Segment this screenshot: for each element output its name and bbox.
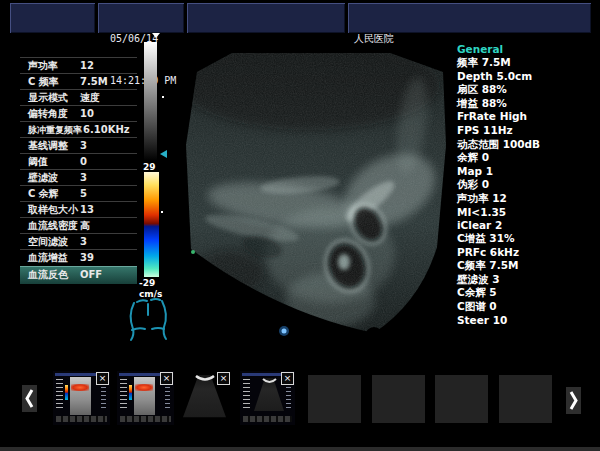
body-marker-icon [124, 297, 172, 343]
empty-clip-slot-4 [499, 375, 552, 423]
preset-heading: General [457, 42, 597, 56]
menu-item-c-persistence[interactable]: C 余辉5 [20, 185, 137, 202]
param-steer: Steer 10 [457, 314, 597, 328]
thumb-bmode-area [70, 377, 91, 415]
param-dynamic-range: 动态范围 100dB [457, 138, 597, 152]
topbar-datetime-panel: 05/06/14 14:21:00 PM [98, 3, 184, 33]
thumb-mini-strip [56, 416, 107, 422]
empty-clip-slot-2 [372, 375, 425, 423]
bottom-divider-bar [0, 447, 600, 451]
menu-item-acoustic-power[interactable]: 声功率12 [20, 57, 137, 74]
param-persistence: 余辉 0 [457, 151, 597, 165]
menu-item-prf[interactable]: 脉冲重复频率6.10KHz [20, 121, 137, 138]
ultrasound-system-screen: 05/06/14 14:21:00 PM 人民医院 L14-5/38 声功率12… [0, 0, 600, 451]
param-depth: Depth 5.0cm [457, 70, 597, 84]
param-fps: FPS 11Hz [457, 124, 597, 138]
menu-item-wall-filter[interactable]: 壁滤波3 [20, 169, 137, 186]
velocity-max-label: 29 [143, 162, 156, 172]
menu-item-packet-size[interactable]: 取样包大小13 [20, 201, 137, 218]
close-icon[interactable]: × [217, 372, 230, 385]
empty-clip-slot-1 [308, 375, 361, 423]
param-c-gain: C增益 31% [457, 232, 597, 246]
focus-dot [282, 329, 287, 334]
menu-item-line-density[interactable]: 血流线密度高 [20, 217, 137, 234]
edge-marker-dot [191, 250, 195, 254]
param-iclear: iClear 2 [457, 219, 597, 233]
close-icon[interactable]: × [96, 372, 109, 385]
topbar-hospital-panel: 人民医院 L14-5/38 [348, 3, 591, 33]
grayscale-marker-icon [152, 33, 160, 38]
thumb-nearfield-arc [195, 374, 215, 383]
color-doppler-bar [144, 172, 159, 277]
menu-item-steer-angle[interactable]: 偏转角度10 [20, 105, 137, 122]
menu-item-spatial-filter[interactable]: 空间滤波3 [20, 233, 137, 250]
topbar-logo-panel [10, 3, 95, 33]
thumb-left-text [56, 379, 63, 409]
thumb-doppler-flow [135, 384, 153, 391]
menu-item-baseline[interactable]: 基线调整3 [20, 137, 137, 154]
thumb-doppler-flow [71, 384, 89, 391]
grayscale-bar [144, 42, 157, 161]
thumb-nearfield-arc [262, 377, 277, 385]
baseline-marker-dot [161, 211, 163, 213]
param-c-frequency: C频率 7.5M [457, 259, 597, 273]
image-parameters-panel: General 频率 7.5M Depth 5.0cm 扇区 88% 增益 88… [457, 42, 597, 233]
param-wall-filter: 壁滤波 3 [457, 273, 597, 287]
param-gain: 增益 88% [457, 97, 597, 111]
param-frequency: 频率 7.5M [457, 56, 597, 70]
scale-cursor-icon [160, 150, 167, 158]
clip-thumbnail-4[interactable]: × [240, 371, 295, 425]
clip-thumbnail-1[interactable]: × [53, 371, 110, 425]
thumb-mini-strip [120, 416, 171, 422]
param-frrate: FrRate High [457, 110, 597, 124]
close-icon[interactable]: × [281, 372, 294, 385]
menu-item-threshold[interactable]: 阈值0 [20, 153, 137, 170]
thumb-mini-strip [243, 416, 292, 422]
thumb-left-text [120, 379, 127, 409]
thumb-bmode-area [134, 377, 155, 415]
menu-item-color-gain[interactable]: 血流增益39 [20, 249, 137, 266]
clip-thumbnail-3[interactable]: × [178, 371, 231, 425]
param-mi: MI<1.35 [457, 206, 597, 220]
menu-item-c-frequency[interactable]: C 频率7.5M [20, 73, 137, 90]
chevron-left-icon [22, 385, 37, 412]
thumb-colorbar [65, 385, 68, 400]
thumb-left-text [243, 379, 250, 409]
thumb-colorbar [129, 385, 132, 400]
param-c-persistence: C余辉 5 [457, 286, 597, 300]
menu-item-display-mode[interactable]: 显示模式速度 [20, 89, 137, 106]
ultrasound-image[interactable] [175, 40, 460, 345]
param-tint: 伪彩 0 [457, 178, 597, 192]
depth-marker-dot [162, 96, 164, 98]
clip-thumbnail-2[interactable]: × [117, 371, 174, 425]
param-acoustic-power: 声功率 12 [457, 192, 597, 206]
clipboard-next-button[interactable] [566, 387, 581, 414]
chevron-right-icon [566, 387, 581, 414]
close-icon[interactable]: × [160, 372, 173, 385]
clipboard-prev-button[interactable] [22, 385, 37, 412]
color-parameters-panel: C增益 31% PRFc 6kHz C频率 7.5M 壁滤波 3 C余辉 5 C… [457, 232, 597, 327]
probe-notch [365, 327, 383, 345]
param-c-map: C图谱 0 [457, 300, 597, 314]
menu-item-flow-invert-active[interactable]: 血流反色OFF [20, 266, 137, 284]
velocity-min-label: -29 [139, 278, 155, 288]
param-sector: 扇区 88% [457, 83, 597, 97]
param-prfc: PRFc 6kHz [457, 246, 597, 260]
empty-clip-slot-3 [435, 375, 488, 423]
param-map: Map 1 [457, 165, 597, 179]
topbar-patient-panel [187, 3, 345, 33]
